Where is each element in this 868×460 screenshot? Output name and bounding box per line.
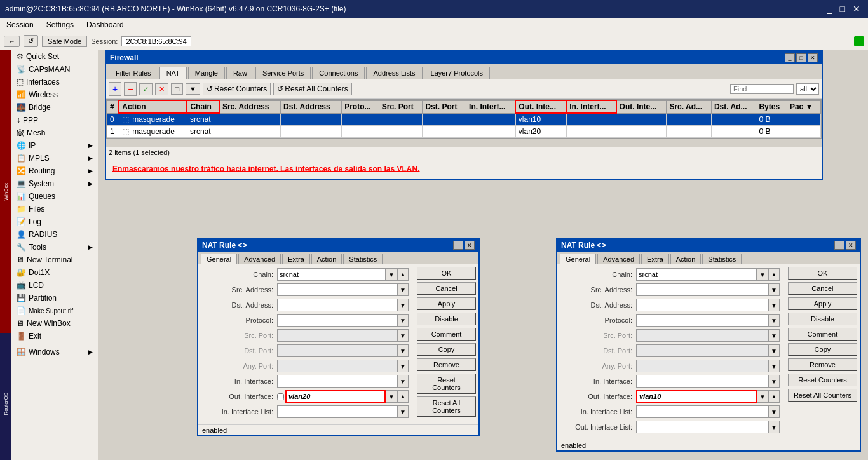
right-cancel-button[interactable]: Cancel — [788, 282, 857, 295]
right-copy-button[interactable]: Copy — [788, 343, 857, 356]
sidebar-item-new-terminal[interactable]: 🖥 New Terminal — [11, 254, 98, 266]
left-cancel-button[interactable]: Cancel — [417, 282, 476, 295]
src-address-dropdown-btn[interactable]: ▼ — [397, 283, 409, 296]
sidebar-item-mpls[interactable]: 📋 MPLS ▶ — [11, 152, 98, 165]
any-port-input[interactable] — [277, 360, 397, 372]
tab-address-lists[interactable]: Address Lists — [366, 67, 422, 79]
right-in-interface-dropdown-btn[interactable]: ▼ — [768, 375, 780, 388]
nat-right-close-btn[interactable]: ✕ — [846, 241, 856, 250]
add-rule-button[interactable]: + — [109, 82, 121, 96]
right-ok-button[interactable]: OK — [788, 267, 857, 280]
sidebar-item-mesh[interactable]: 🕸 Mesh — [11, 126, 98, 139]
nat-left-tab-action[interactable]: Action — [311, 254, 342, 264]
right-out-interface-dropdown-btn[interactable]: ▼ — [757, 390, 768, 403]
chain-input[interactable] — [277, 268, 386, 281]
in-interface-dropdown-btn[interactable]: ▼ — [397, 375, 409, 388]
out-interface-checkbox[interactable] — [277, 393, 284, 400]
sidebar-item-capsman[interactable]: 📡 CAPsMAAN — [11, 63, 98, 76]
in-interface-input[interactable] — [277, 375, 397, 388]
dst-address-dropdown-btn[interactable]: ▼ — [397, 299, 409, 311]
dst-port-dropdown-btn[interactable]: ▼ — [397, 344, 409, 357]
src-address-input[interactable] — [277, 283, 397, 296]
firewall-maximize-btn[interactable]: □ — [796, 53, 806, 62]
nat-right-minimize-btn[interactable]: _ — [834, 241, 844, 250]
right-reset-counters-button[interactable]: Reset Counters — [788, 374, 857, 386]
right-chain-dropdown-btn[interactable]: ▼ — [757, 268, 768, 281]
table-row[interactable]: 1 ⬚ masquerade srcnat — [107, 126, 821, 138]
right-src-port-dropdown-btn[interactable]: ▼ — [768, 329, 780, 342]
right-protocol-input[interactable] — [636, 314, 768, 327]
sidebar-item-bridge[interactable]: 🌉 Bridge — [11, 101, 98, 114]
refresh-button[interactable]: ↺ — [24, 35, 38, 47]
right-dst-address-dropdown-btn[interactable]: ▼ — [768, 299, 780, 311]
dst-address-input[interactable] — [277, 299, 397, 311]
dst-port-input[interactable] — [277, 344, 397, 357]
any-port-dropdown-btn[interactable]: ▼ — [397, 360, 409, 372]
left-reset-counters-button[interactable]: Reset Counters — [417, 374, 476, 394]
reset-all-counters-toolbar-button[interactable]: ↺ Reset All Counters — [273, 83, 351, 95]
firewall-minimize-btn[interactable]: _ — [785, 53, 795, 62]
sidebar-item-lcd[interactable]: 📺 LCD — [11, 279, 98, 292]
close-button[interactable]: ✕ — [850, 4, 863, 14]
chain-up-btn[interactable]: ▲ — [397, 268, 409, 281]
sidebar-item-wireless[interactable]: 📶 Wireless — [11, 88, 98, 101]
tab-nat[interactable]: NAT — [159, 67, 187, 79]
tab-raw[interactable]: Raw — [226, 67, 254, 79]
enable-rule-button[interactable]: ✓ — [139, 83, 153, 95]
left-ok-button[interactable]: OK — [417, 267, 476, 280]
sidebar-item-log[interactable]: 📝 Log — [11, 215, 98, 228]
back-button[interactable]: ← — [4, 36, 20, 47]
src-port-dropdown-btn[interactable]: ▼ — [397, 329, 409, 342]
sidebar-item-ppp[interactable]: ↕ PPP — [11, 114, 98, 126]
right-out-interface-list-input[interactable] — [636, 421, 768, 433]
menu-dashboard[interactable]: Dashboard — [84, 19, 126, 30]
right-comment-button[interactable]: Comment — [788, 328, 857, 341]
left-copy-button[interactable]: Copy — [417, 343, 476, 356]
sidebar-item-radius[interactable]: 👤 RADIUS — [11, 228, 98, 241]
firewall-close-btn[interactable]: ✕ — [808, 53, 818, 62]
nat-left-tab-statistics[interactable]: Statistics — [343, 254, 383, 264]
right-in-interface-input[interactable] — [636, 375, 768, 388]
right-remove-button[interactable]: Remove — [788, 358, 857, 371]
right-dst-port-dropdown-btn[interactable]: ▼ — [768, 344, 780, 357]
right-src-address-dropdown-btn[interactable]: ▼ — [768, 283, 780, 296]
sidebar-item-new-winbox[interactable]: 🖥 New WinBox — [11, 317, 98, 330]
nat-right-tab-advanced[interactable]: Advanced — [597, 254, 640, 264]
sidebar-item-system[interactable]: 💻 System ▶ — [11, 177, 98, 190]
protocol-dropdown-btn[interactable]: ▼ — [397, 314, 409, 327]
chain-dropdown-btn[interactable]: ▼ — [386, 268, 397, 281]
menu-settings[interactable]: Settings — [44, 19, 76, 30]
right-reset-all-counters-button[interactable]: Reset All Counters — [788, 389, 857, 402]
nat-left-minimize-btn[interactable]: _ — [453, 241, 463, 250]
right-in-interface-list-dropdown-btn[interactable]: ▼ — [768, 405, 780, 418]
nat-left-tab-advanced[interactable]: Advanced — [238, 254, 281, 264]
nat-right-tab-extra[interactable]: Extra — [641, 254, 669, 264]
table-row[interactable]: 0 ⬚ masquerade srcnat — [107, 113, 821, 126]
find-scope-select[interactable]: all — [796, 83, 819, 95]
sidebar-item-windows[interactable]: 🪟 Windows ▶ — [11, 346, 98, 358]
filter-button[interactable]: ▼ — [186, 83, 200, 95]
sidebar-item-files[interactable]: 📁 Files — [11, 203, 98, 215]
sidebar-item-interfaces[interactable]: ⬚ Interfaces — [11, 76, 98, 88]
right-any-port-input[interactable] — [636, 360, 768, 372]
right-out-interface-list-dropdown-btn[interactable]: ▼ — [768, 421, 780, 433]
right-src-address-input[interactable] — [636, 283, 768, 296]
out-interface-up-btn[interactable]: ▲ — [397, 390, 409, 403]
sidebar-item-tools[interactable]: 🔧 Tools ▶ — [11, 241, 98, 254]
protocol-input[interactable] — [277, 314, 397, 327]
menu-session[interactable]: Session — [4, 19, 36, 30]
sidebar-item-make-supout[interactable]: 📄 Make Supout.rif — [11, 304, 98, 317]
sidebar-item-quick-set[interactable]: ⚙ Quick Set — [11, 50, 98, 63]
left-reset-all-counters-button[interactable]: Reset All Counters — [417, 396, 476, 417]
out-interface-dropdown-btn[interactable]: ▼ — [386, 390, 397, 403]
src-port-input[interactable] — [277, 329, 397, 342]
maximize-button[interactable]: □ — [837, 4, 848, 14]
left-remove-button[interactable]: Remove — [417, 358, 476, 371]
sidebar-item-queues[interactable]: 📊 Queues — [11, 190, 98, 203]
in-interface-list-dropdown-btn[interactable]: ▼ — [397, 405, 409, 418]
right-apply-button[interactable]: Apply — [788, 297, 857, 310]
right-dst-port-input[interactable] — [636, 344, 768, 357]
sidebar-item-dot1x[interactable]: 🔐 Dot1X — [11, 266, 98, 279]
tab-connections[interactable]: Connections — [312, 67, 365, 79]
nat-left-tab-extra[interactable]: Extra — [282, 254, 310, 264]
